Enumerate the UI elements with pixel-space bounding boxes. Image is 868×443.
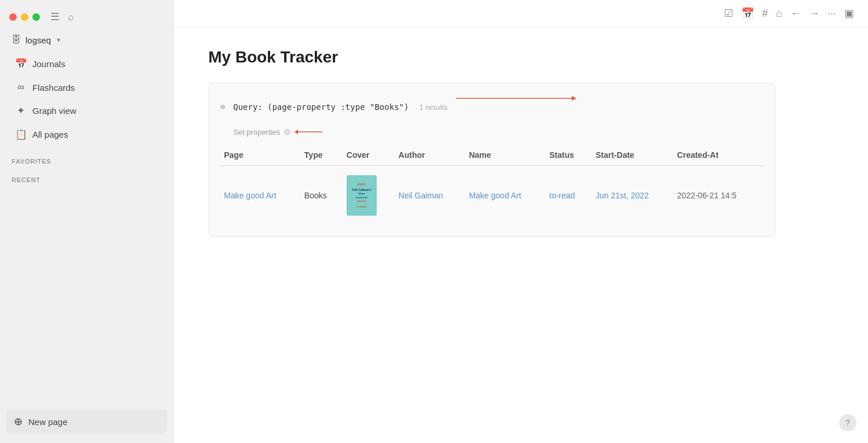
sidebar-item-flashcards[interactable]: ∞ Flashcards [3, 76, 170, 99]
table-row: Make good Art Books FAN- Neil Gaiman's M… [220, 166, 763, 226]
set-properties-row: Set properties ⚙ [233, 127, 763, 136]
query-text: Query: (page-property :type "Books") [233, 102, 409, 112]
sidebar-item-graph-view[interactable]: ✦ Graph view [3, 99, 170, 123]
cell-status: to-read [546, 166, 592, 226]
workspace-name: logseq [25, 35, 51, 45]
cell-start-date: Jun 21st, 2022 [592, 166, 674, 226]
gear-arrow-annotation [295, 128, 323, 136]
query-block: Query: (page-property :type "Books") 1 r… [208, 83, 775, 237]
set-properties-label[interactable]: Set properties [233, 128, 280, 136]
col-cover: Cover [343, 146, 395, 166]
traffic-lights [9, 13, 40, 21]
col-created-at: Created-At [674, 146, 763, 166]
col-name: Name [465, 146, 546, 166]
topbar: ☑ 📅 # ⌂ ← → ··· ▣ [174, 0, 868, 27]
gear-icon[interactable]: ⚙ [284, 127, 291, 136]
hash-icon[interactable]: # [762, 8, 768, 20]
calendar-icon[interactable]: 📅 [741, 7, 754, 20]
table-scroll-container[interactable]: Page Type Cover Author Name Status Start… [220, 146, 763, 225]
database-icon: 🗄 [12, 35, 21, 45]
cell-type: Books [301, 166, 343, 226]
page-title: My Book Tracker [208, 48, 833, 67]
search-icon[interactable]: ⌕ [68, 11, 74, 23]
sidebar-bottom: ⊕ New page [0, 403, 173, 443]
back-icon[interactable]: ← [790, 8, 801, 20]
sidebar-toggle-icon[interactable]: ▣ [844, 7, 854, 20]
cell-page: Make good Art [220, 166, 301, 226]
col-page: Page [220, 146, 301, 166]
query-header: Query: (page-property :type "Books") 1 r… [220, 93, 763, 121]
sidebar-item-all-pages-label: All pages [32, 130, 68, 139]
cell-cover: FAN- Neil Gaiman's Make Good Art Speech … [343, 166, 395, 226]
col-status: Status [546, 146, 592, 166]
sidebar-item-all-pages[interactable]: 📋 All pages [3, 123, 170, 146]
book-cover-image: FAN- Neil Gaiman's Make Good Art Speech … [347, 175, 377, 216]
sidebar-item-graph-label: Graph view [32, 106, 76, 116]
calendar-icon: 📅 [15, 58, 27, 70]
sidebar-nav: 📅 Journals ∞ Flashcards ✦ Graph view 📋 A… [0, 50, 173, 149]
col-type: Type [301, 146, 343, 166]
cell-author: Neil Gaiman [395, 166, 466, 226]
minimize-button[interactable] [21, 13, 28, 21]
sidebar: ☰ ⌕ 🗄 logseq ▾ 📅 Journals ∞ Flashcards ✦… [0, 0, 174, 443]
author-link[interactable]: Neil Gaiman [399, 191, 443, 200]
table-header-row: Page Type Cover Author Name Status Start… [220, 146, 763, 166]
sidebar-item-flashcards-label: Flashcards [32, 83, 75, 93]
col-author: Author [395, 146, 466, 166]
sidebar-item-journals[interactable]: 📅 Journals [3, 52, 170, 76]
more-icon[interactable]: ··· [827, 8, 836, 20]
checkbox-icon[interactable]: ☑ [724, 7, 733, 20]
query-results-count: 1 results [419, 103, 447, 112]
start-date-value: Jun 21st, 2022 [595, 191, 649, 200]
help-button[interactable]: ? [839, 414, 856, 431]
graph-icon: ✦ [15, 105, 27, 117]
cell-name: Make good Art [465, 166, 546, 226]
chevron-down-icon: ▾ [57, 36, 60, 44]
sidebar-top: ☰ ⌕ [0, 0, 173, 30]
new-page-button[interactable]: ⊕ New page [6, 409, 167, 434]
content-area: My Book Tracker Query: (page-property :t… [174, 27, 868, 443]
arrow-annotation [456, 93, 630, 121]
plus-icon: ⊕ [14, 415, 23, 428]
favorites-section-header: FAVORITES [0, 149, 173, 167]
infinity-icon: ∞ [15, 82, 27, 93]
close-button[interactable] [9, 13, 17, 21]
forward-icon[interactable]: → [809, 8, 819, 20]
query-bullet [220, 105, 225, 109]
workspace-row[interactable]: 🗄 logseq ▾ [0, 30, 173, 50]
svg-marker-3 [295, 130, 298, 134]
menu-icon[interactable]: ☰ [50, 10, 60, 23]
status-value: to-read [549, 191, 575, 200]
recent-section-header: RECENT [0, 167, 173, 186]
svg-marker-1 [572, 96, 576, 101]
pages-icon: 📋 [15, 128, 27, 141]
results-table: Page Type Cover Author Name Status Start… [220, 146, 763, 225]
home-icon[interactable]: ⌂ [776, 8, 782, 20]
maximize-button[interactable] [32, 13, 40, 21]
col-start-date: Start-Date [592, 146, 674, 166]
page-link[interactable]: Make good Art [224, 191, 276, 200]
cell-created-at: 2022-06-21 14:5 [674, 166, 763, 226]
new-page-label: New page [28, 417, 68, 427]
main-area: ☑ 📅 # ⌂ ← → ··· ▣ My Book Tracker Query:… [174, 0, 868, 443]
created-at-value: 2022-06-21 14:5 [677, 191, 737, 200]
name-link[interactable]: Make good Art [469, 191, 521, 200]
sidebar-item-journals-label: Journals [32, 59, 65, 69]
